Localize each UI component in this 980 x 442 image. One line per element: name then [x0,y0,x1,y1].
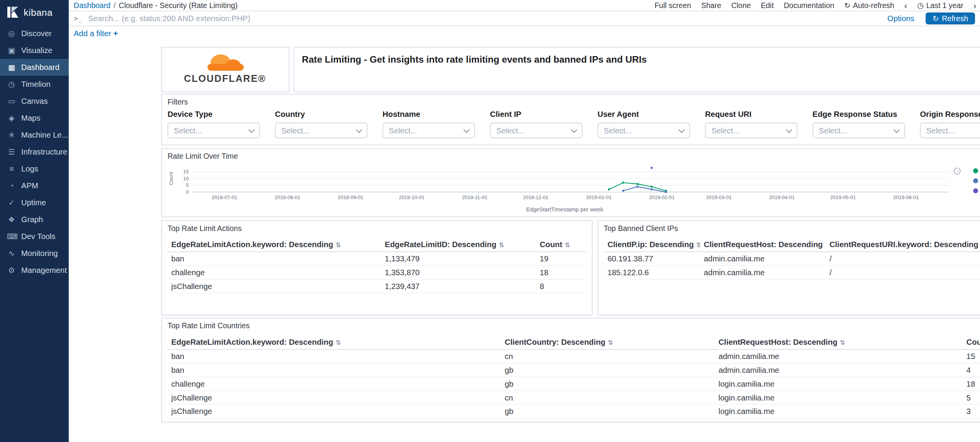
sidebar-item-label: Graph [21,215,43,224]
column-header-edgeratelimitaction-keyword-descending[interactable]: EdgeRateLimitAction.keyword: Descending⇅ [167,238,381,252]
chevron-down-icon [248,127,255,133]
search-input[interactable] [87,13,882,23]
table-row: challenge1,353,87018 [167,266,586,279]
column-header-clientip-ip-descending[interactable]: ClientIP.ip: Descending⇅ [604,238,700,252]
column-header-clientrequesturi-keyword-descending[interactable]: ClientRequestURI.keyword: Descending⇅ [826,238,980,252]
column-header-clientrequesthost-descending[interactable]: ClientRequestHost: Descending⇅ [700,238,826,252]
maps-icon: ◈ [7,113,16,122]
table-row: 60.191.38.77admin.camilia.me/15 [604,252,980,266]
svg-text:2018-08-01: 2018-08-01 [275,194,300,200]
filter-select-client-ip[interactable]: Select... [490,123,583,138]
refresh-button[interactable]: ↻ Refresh [925,13,975,25]
share-button[interactable]: Share [701,1,721,10]
search-bar: >_ Options ↻ Refresh [69,11,980,27]
table-cell: cn [501,390,715,404]
time-forward-chevron-icon[interactable]: › [973,1,977,10]
sidebar-item-monitoring[interactable]: ∿Monitoring [0,244,69,261]
column-header-clientcountry-descending[interactable]: ClientCountry: Descending⇅ [501,335,715,349]
edit-button[interactable]: Edit [761,1,774,10]
legend-color-dot [973,178,978,183]
select-placeholder: Select... [174,126,202,135]
cloudflare-wordmark: CLOUDFLARE® [184,73,266,84]
machine-learning-icon: ✳ [7,130,16,139]
sidebar-item-dashboard[interactable]: ▦Dashboard [0,59,69,76]
sidebar-item-graph[interactable]: ❖Graph [0,211,69,228]
sidebar-item-dev-tools[interactable]: ⌨Dev Tools [0,228,69,244]
filter-field-request-uri: Request URISelect... [705,110,798,138]
table-cell: gb [501,377,715,391]
main-area: Dashboard / Cloudflare - Security (Rate … [69,0,980,442]
sidebar-item-label: Dev Tools [21,232,55,241]
sidebar-item-discover[interactable]: ◎Discover [0,25,69,42]
sidebar-item-apm[interactable]: ◔APM [0,177,69,194]
sidebar-item-label: Machine Le... [21,130,68,139]
svg-text:2019-01-01: 2019-01-01 [586,194,612,200]
chevron-down-icon [894,127,900,133]
table-cell: 8 [536,279,586,293]
column-header-edgeratelimitid-descending[interactable]: EdgeRateLimitID: Descending⇅ [381,238,536,252]
table-cell: 60.191.38.77 [604,252,700,266]
sidebar-item-maps[interactable]: ◈Maps [0,110,69,126]
table-cell: 1,239,437 [381,279,536,293]
dashboard-grid-icon: ▦ [7,63,16,72]
column-header-count[interactable]: Count⇅ [963,335,980,349]
column-header-count[interactable]: Count⇅ [536,238,586,252]
filter-select-device-type[interactable]: Select... [167,123,260,138]
clone-button[interactable]: Clone [731,1,751,10]
breadcrumb-current: Cloudflare - Security (Rate Limiting) [119,1,237,10]
topbar-menu: Full screenShareCloneEditDocumentation ↻… [654,1,976,10]
legend-expand-icon[interactable]: › [954,168,961,174]
svg-text:15: 15 [183,169,189,174]
sidebar-item-visualize[interactable]: ▣Visualize [0,42,69,59]
panel-title-banned-ips: Top Banned Client IPs [598,221,980,233]
legend-item-challenge[interactable]: challenge [973,187,980,195]
table-cell: admin.camilia.me [715,363,963,377]
add-filter-button[interactable]: Add a filter + [74,29,118,38]
sidebar-item-uptime[interactable]: ✓Uptime [0,194,69,211]
kibana-logo-icon [6,6,19,19]
table-cell: cn [501,349,715,363]
sidebar-item-infrastructure[interactable]: ☰Infrastructure [0,143,69,160]
filter-select-origin-response-status[interactable]: Select... [920,123,980,138]
filter-select-edge-response-status[interactable]: Select... [813,123,905,138]
select-placeholder: Select... [819,126,847,135]
table-cell: / [826,252,980,266]
svg-text:5: 5 [186,182,189,188]
documentation-button[interactable]: Documentation [784,1,834,10]
kibana-logo[interactable]: kibana [0,0,69,25]
legend-item-jschallenge[interactable]: jsChallenge [973,177,980,185]
filter-field-user-agent: User AgentSelect... [598,110,690,138]
sidebar-item-machine-le[interactable]: ✳Machine Le... [0,126,69,143]
sidebar-item-timelion[interactable]: ◷Timelion [0,76,69,93]
filter-select-country[interactable]: Select... [275,123,368,138]
auto-refresh-label: Auto-refresh [853,1,894,10]
topbar: Dashboard / Cloudflare - Security (Rate … [69,0,980,11]
sort-icon: ⇅ [336,339,341,346]
uptime-check-icon: ✓ [7,198,16,207]
full-screen-button[interactable]: Full screen [654,1,691,10]
time-back-chevron-icon[interactable]: ‹ [904,1,907,10]
filter-select-user-agent[interactable]: Select... [598,123,690,138]
time-range-button[interactable]: ◷ Last 1 year [917,1,963,10]
sidebar-item-canvas[interactable]: ▭Canvas [0,93,69,110]
filter-field-client-ip: Client IPSelect... [490,110,583,138]
table-row: ban1,133,47919 [167,252,586,266]
options-link[interactable]: Options [887,14,914,23]
table-cell: 1,353,870 [381,266,536,279]
sidebar-item-label: Monitoring [21,249,58,258]
filter-field-edge-response-status: Edge Response StatusSelect... [813,110,905,138]
auto-refresh-button[interactable]: ↻ Auto-refresh [844,1,894,10]
filter-select-hostname[interactable]: Select... [382,123,475,138]
legend-item-ban[interactable]: ban [973,167,980,175]
breadcrumb-dashboard-link[interactable]: Dashboard [74,1,111,10]
filter-select-request-uri[interactable]: Select... [705,123,798,138]
sidebar-item-management[interactable]: ⚙Management [0,261,69,278]
top-banned-client-ips-table: ClientIP.ip: Descending⇅ClientRequestHos… [604,238,980,279]
sidebar-item-logs[interactable]: ≡Logs [0,160,69,177]
table-row: jsChallengegblogin.camilia.me3 [167,404,980,418]
query-prompt-icon: >_ [74,14,82,22]
column-header-edgeratelimitaction-keyword-descending[interactable]: EdgeRateLimitAction.keyword: Descending⇅ [167,335,501,349]
topbar-actions: Full screenShareCloneEditDocumentation [654,1,834,10]
panel-title-filters: Filters [162,95,980,106]
column-header-clientrequesthost-descending[interactable]: ClientRequestHost: Descending⇅ [715,335,963,349]
